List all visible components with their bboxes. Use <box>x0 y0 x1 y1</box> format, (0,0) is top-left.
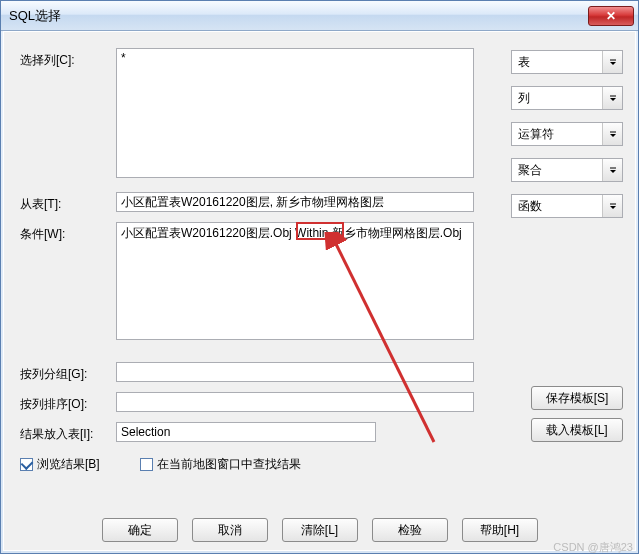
chevron-down-icon <box>602 51 622 73</box>
group-by-input[interactable] <box>116 362 474 382</box>
combo-table-label: 表 <box>518 54 530 71</box>
combo-table[interactable]: 表 <box>511 50 623 74</box>
combo-aggregate[interactable]: 聚合 <box>511 158 623 182</box>
save-template-button[interactable]: 保存模板[S] <box>531 386 623 410</box>
label-from-table: 从表[T]: <box>4 192 116 213</box>
label-where: 条件[W]: <box>4 222 116 243</box>
find-in-current-check[interactable]: 在当前地图窗口中查找结果 <box>140 456 301 473</box>
verify-button[interactable]: 检验 <box>372 518 448 542</box>
combo-column[interactable]: 列 <box>511 86 623 110</box>
right-dropdowns: 表 列 运算符 聚合 函数 <box>511 50 623 218</box>
watermark: CSDN @唐鸿23 <box>553 540 633 554</box>
label-group-by: 按列分组[G]: <box>4 362 116 383</box>
combo-aggregate-label: 聚合 <box>518 162 542 179</box>
chevron-down-icon <box>602 195 622 217</box>
dialog-body: 选择列[C]: 从表[T]: 条件[W]: 按列分组[G]: 按列排序[O]: … <box>3 31 636 551</box>
bottom-buttons: 确定 取消 清除[L] 检验 帮助[H] <box>4 518 635 542</box>
svg-marker-5 <box>610 134 616 137</box>
select-col-input[interactable] <box>116 48 474 178</box>
load-template-button[interactable]: 载入模板[L] <box>531 418 623 442</box>
order-by-input[interactable] <box>116 392 474 412</box>
label-order-by: 按列排序[O]: <box>4 392 116 413</box>
window-title: SQL选择 <box>9 7 61 25</box>
checkbox-icon <box>20 458 33 471</box>
combo-function-label: 函数 <box>518 198 542 215</box>
cancel-button[interactable]: 取消 <box>192 518 268 542</box>
where-input[interactable] <box>116 222 474 340</box>
find-in-current-label: 在当前地图窗口中查找结果 <box>157 456 301 473</box>
combo-operator[interactable]: 运算符 <box>511 122 623 146</box>
window: SQL选择 ✕ 选择列[C]: 从表[T]: 条件[W]: 按列分组[G]: 按… <box>0 0 639 554</box>
svg-marker-9 <box>610 206 616 209</box>
svg-marker-1 <box>610 62 616 65</box>
browse-result-label: 浏览结果[B] <box>37 456 100 473</box>
combo-column-label: 列 <box>518 90 530 107</box>
chevron-down-icon <box>602 87 622 109</box>
combo-operator-label: 运算符 <box>518 126 554 143</box>
checkbox-icon <box>140 458 153 471</box>
svg-marker-7 <box>610 170 616 173</box>
close-button[interactable]: ✕ <box>588 6 634 26</box>
clear-button[interactable]: 清除[L] <box>282 518 358 542</box>
label-select-col: 选择列[C]: <box>4 48 116 69</box>
from-table-input[interactable] <box>116 192 474 212</box>
combo-function[interactable]: 函数 <box>511 194 623 218</box>
chevron-down-icon <box>602 123 622 145</box>
close-icon: ✕ <box>606 9 616 23</box>
ok-button[interactable]: 确定 <box>102 518 178 542</box>
titlebar: SQL选择 ✕ <box>1 1 638 31</box>
browse-result-check[interactable]: 浏览结果[B] <box>20 456 100 473</box>
svg-marker-3 <box>610 98 616 101</box>
chevron-down-icon <box>602 159 622 181</box>
help-button[interactable]: 帮助[H] <box>462 518 538 542</box>
label-into-table: 结果放入表[I]: <box>4 422 116 443</box>
into-table-input[interactable] <box>116 422 376 442</box>
